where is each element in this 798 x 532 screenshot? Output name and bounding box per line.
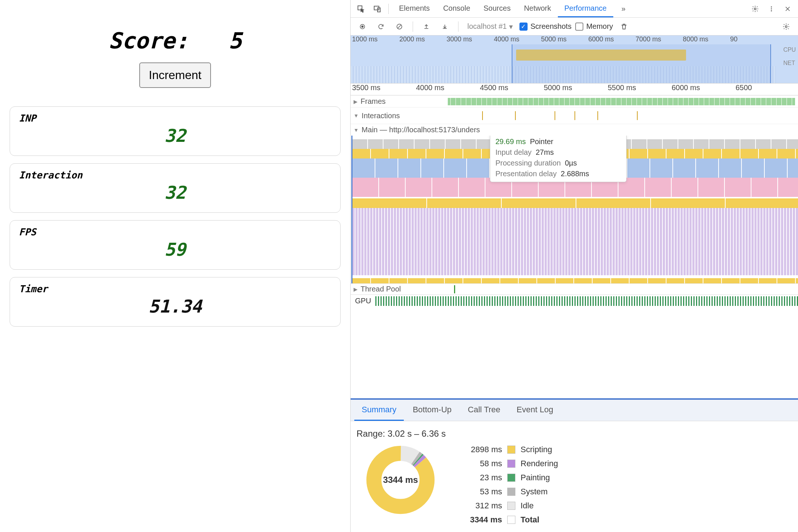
interactions-strip [466,109,795,122]
frames-lane-header[interactable]: ▶ Frames [351,95,798,107]
metric-card-label: Timer [19,283,331,294]
details-tab-event-log[interactable]: Event Log [509,400,560,421]
metric-card-label: Interaction [19,170,331,181]
legend-label: System [521,487,548,497]
tooltip-row: Input delay 27ms [495,148,621,157]
ruler-tick: 3500 ms [351,83,415,95]
interactions-lane-header[interactable]: ▼ Interactions [351,107,798,124]
timeline-overview[interactable]: 1000 ms2000 ms3000 ms4000 ms5000 ms6000 … [351,35,798,83]
legend-label: Idle [521,501,533,511]
download-profile-icon[interactable] [437,19,452,34]
profile-select-value: localhost #1 [467,22,507,31]
threadpool-label: Thread Pool [361,285,401,293]
overview-tick: 90 [729,35,776,44]
legend-swatch [507,502,515,510]
record-icon[interactable] [355,19,370,34]
more-tabs-button[interactable]: » [615,1,632,17]
tooltip-row: Presentation delay 2.688ms [495,170,621,178]
legend-label: Rendering [521,459,558,468]
close-devtools-icon[interactable] [780,1,795,16]
tooltip-time: 29.69 ms [495,137,526,146]
overview-selection[interactable] [512,44,771,83]
demo-app: Score: 5 Increment INP 32Interaction 32F… [0,0,350,532]
gc-icon[interactable] [617,19,631,34]
legend-ms: 2898 ms [461,445,502,454]
ruler-tick: 5500 ms [606,83,670,95]
expand-icon: ▶ [354,286,358,292]
gpu-lane[interactable]: GPU [351,294,798,307]
legend-label: Painting [521,473,550,482]
legend-row: 312 ms Idle [461,501,558,511]
donut-center-value: 3344 ms [365,445,436,515]
main-lane-header[interactable]: ▼ Main — http://localhost:5173/unders [351,124,798,136]
clear-icon[interactable] [392,19,407,34]
legend-swatch [507,460,515,468]
metric-card: Interaction 32 [10,163,341,213]
devtools-panel: ElementsConsoleSourcesNetworkPerformance… [350,0,798,532]
inspect-icon[interactable] [354,1,368,16]
legend-ms: 23 ms [461,473,502,482]
memory-checkbox[interactable]: Memory [575,22,613,31]
main-label: Main — http://localhost:5173/unders [362,126,480,134]
metric-card: Timer 51.34 [10,277,341,327]
collapse-icon: ▼ [354,113,359,119]
kebab-menu-icon[interactable] [764,1,779,16]
svg-point-10 [785,25,787,27]
screenshots-checkbox[interactable]: ✓ Screenshots [519,22,572,31]
memory-label: Memory [586,22,613,31]
tab-console[interactable]: Console [436,0,477,17]
summary-range: Range: 3.02 s – 6.36 s [357,429,792,439]
increment-button[interactable]: Increment [139,62,211,88]
upload-profile-icon[interactable] [419,19,434,34]
ruler-tick: 6000 ms [670,83,734,95]
chevron-down-icon: ▾ [509,22,513,31]
timeline-ruler[interactable]: 3500 ms4000 ms4500 ms5000 ms5500 ms6000 … [351,83,798,95]
frames-label: Frames [361,97,386,106]
details-tabs: SummaryBottom-UpCall TreeEvent Log [351,400,798,421]
metric-card-label: INP [19,113,331,124]
legend-row: 3344 ms Total [461,515,558,525]
metric-card: INP 32 [10,106,341,156]
tab-network[interactable]: Network [517,0,557,17]
device-toolbar-icon[interactable] [370,1,385,16]
legend-ms: 3344 ms [461,515,502,525]
svg-point-6 [771,10,772,11]
overview-tick: 1000 ms [351,35,398,44]
summary-legend: 2898 ms Scripting58 ms Rendering23 ms Pa… [461,445,558,525]
svg-point-8 [361,25,364,28]
legend-swatch [507,446,515,454]
capture-settings-icon[interactable] [779,19,794,34]
overview-tick: 7000 ms [634,35,681,44]
settings-icon[interactable] [748,1,763,16]
check-icon [575,23,583,31]
details-tab-call-tree[interactable]: Call Tree [460,400,508,421]
main-flame-chart[interactable]: 29.69 ms Pointer Input delay 27msProcess… [351,136,798,283]
net-label: NET [783,60,796,66]
metric-card-value: 59 [19,239,331,260]
reload-record-icon[interactable] [374,19,388,34]
legend-ms: 53 ms [461,487,502,497]
overview-tick: 8000 ms [681,35,729,44]
metric-card-value: 32 [19,182,331,203]
tab-performance[interactable]: Performance [558,0,614,17]
profile-select[interactable]: localhost #1 ▾ [464,21,516,33]
tab-sources[interactable]: Sources [477,0,517,17]
score-display: Score: 5 [108,28,242,54]
legend-label: Scripting [521,445,552,454]
details-pane: SummaryBottom-UpCall TreeEvent Log Range… [351,399,798,532]
details-tab-summary[interactable]: Summary [354,400,404,421]
legend-swatch [507,488,515,496]
summary-donut-chart: 3344 ms [365,445,436,515]
legend-ms: 58 ms [461,459,502,468]
check-icon: ✓ [519,23,528,31]
threadpool-lane[interactable]: ▶ Thread Pool [351,283,798,294]
svg-point-3 [754,8,756,10]
metric-cards: INP 32Interaction 32FPS 59Timer 51.34 [10,106,341,327]
ruler-tick: 4500 ms [478,83,542,95]
overview-tick: 6000 ms [587,35,634,44]
legend-ms: 312 ms [461,501,502,511]
metric-card: FPS 59 [10,220,341,270]
tab-elements[interactable]: Elements [392,0,436,17]
svg-point-4 [771,6,772,7]
details-tab-bottom-up[interactable]: Bottom-Up [405,400,459,421]
